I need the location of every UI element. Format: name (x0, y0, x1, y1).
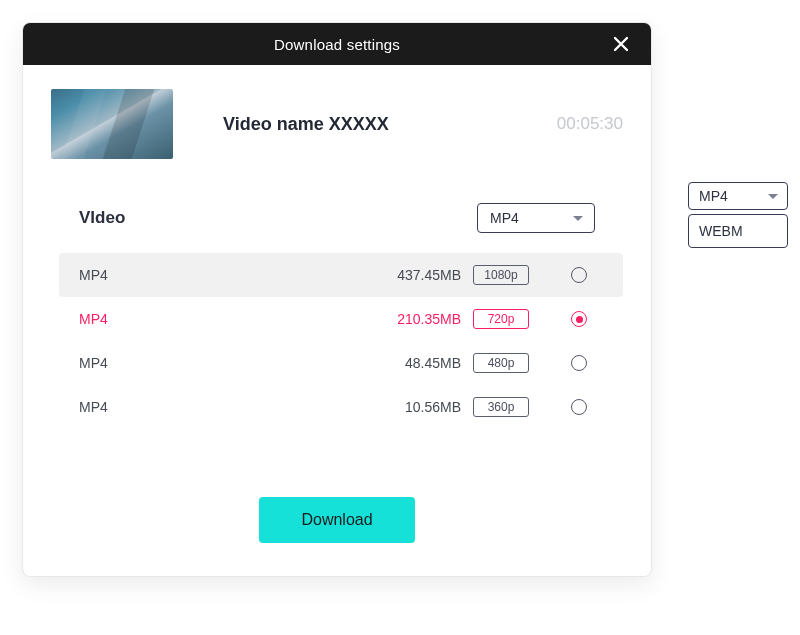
quality-option-list: MP4 437.45MB 1080p MP4 210.35MB 720p MP4… (23, 245, 651, 429)
option-format: MP4 (79, 311, 339, 327)
resolution-chip: 480p (473, 353, 529, 373)
download-settings-dialog: Download settings Video name XXXXX 00:05… (22, 22, 652, 577)
video-thumbnail (51, 89, 173, 159)
option-size: 437.45MB (351, 267, 461, 283)
format-side-panel: MP4 WEBM (688, 182, 788, 248)
video-duration: 00:05:30 (557, 114, 623, 134)
option-radio[interactable] (571, 355, 587, 371)
chevron-down-icon (572, 210, 584, 226)
option-size: 48.45MB (351, 355, 461, 371)
option-radio[interactable] (571, 267, 587, 283)
resolution-chip: 1080p (473, 265, 529, 285)
action-row: Download (23, 497, 651, 543)
close-icon (612, 35, 630, 53)
side-format-menu: WEBM (688, 214, 788, 248)
close-button[interactable] (601, 23, 641, 65)
dialog-titlebar: Download settings (23, 23, 651, 65)
side-format-menu-item[interactable]: WEBM (689, 215, 787, 247)
option-radio[interactable] (571, 399, 587, 415)
option-radio[interactable] (571, 311, 587, 327)
quality-option[interactable]: MP4 437.45MB 1080p (59, 253, 623, 297)
dialog-title: Download settings (274, 36, 400, 53)
option-format: MP4 (79, 355, 339, 371)
resolution-chip: 360p (473, 397, 529, 417)
download-button[interactable]: Download (259, 497, 414, 543)
video-header: Video name XXXXX 00:05:30 (23, 65, 651, 167)
format-dropdown[interactable]: MP4 (477, 203, 595, 233)
option-format: MP4 (79, 399, 339, 415)
resolution-chip: 720p (473, 309, 529, 329)
format-dropdown-value: MP4 (490, 210, 519, 226)
video-section-label: VIdeo (79, 208, 125, 228)
side-format-dropdown[interactable]: MP4 (688, 182, 788, 210)
chevron-down-icon (767, 188, 779, 204)
quality-option[interactable]: MP4 48.45MB 480p (59, 341, 623, 385)
option-size: 10.56MB (351, 399, 461, 415)
quality-option[interactable]: MP4 210.35MB 720p (59, 297, 623, 341)
quality-option[interactable]: MP4 10.56MB 360p (59, 385, 623, 429)
video-section-row: VIdeo MP4 (23, 167, 651, 245)
video-name: Video name XXXXX (223, 114, 389, 135)
option-size: 210.35MB (351, 311, 461, 327)
side-format-value: MP4 (699, 188, 728, 204)
option-format: MP4 (79, 267, 339, 283)
